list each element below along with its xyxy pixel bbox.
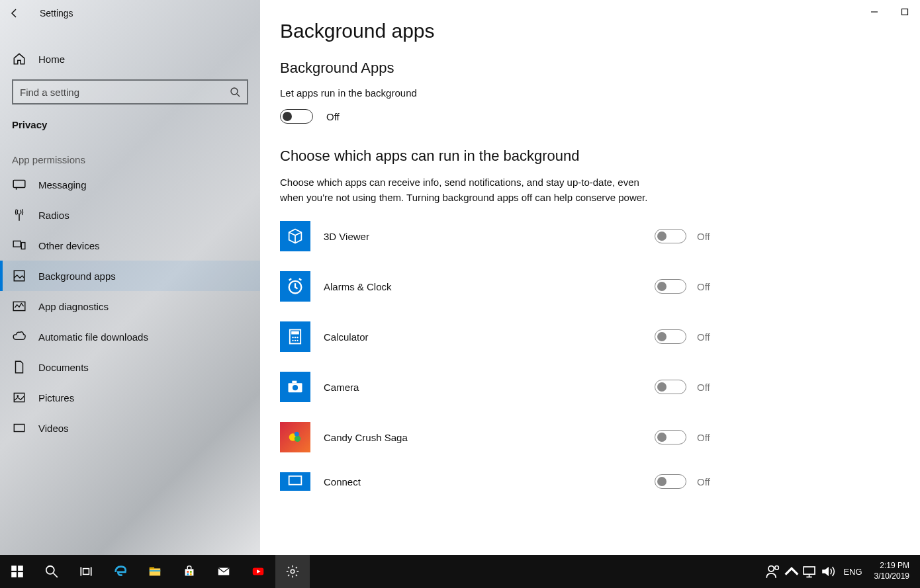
content: Background apps Background Apps Let apps…: [260, 0, 723, 555]
mail-button[interactable]: [207, 555, 241, 588]
sidebar-item-other-devices[interactable]: Other devices: [0, 230, 260, 261]
taskbar: ENG 2:19 PM 3/10/2019: [0, 555, 920, 588]
master-toggle[interactable]: [280, 109, 313, 124]
maximize-button[interactable]: [890, 0, 920, 24]
sidebar-home-label: Home: [38, 54, 65, 65]
svg-point-20: [295, 340, 296, 341]
svg-rect-10: [14, 425, 24, 432]
sidebar-item-label: Pictures: [38, 392, 74, 403]
videos-icon: [12, 421, 26, 435]
app-row-candy-crush: Candy Crush Saga Off: [280, 422, 723, 452]
calculator-icon: [280, 321, 310, 352]
svg-rect-32: [18, 572, 23, 577]
svg-rect-29: [11, 566, 17, 571]
tray-chevron-icon[interactable]: [782, 555, 801, 588]
back-button[interactable]: [5, 4, 24, 22]
sidebar-section-label: App permissions: [0, 137, 260, 169]
window-title: Settings: [40, 8, 73, 19]
network-icon[interactable]: [801, 555, 819, 588]
app-row-connect: Connect Off: [280, 472, 723, 491]
app-toggle[interactable]: [655, 279, 686, 294]
search-box[interactable]: [12, 79, 248, 105]
sidebar-item-label: Automatic file downloads: [38, 331, 148, 343]
app-toggle[interactable]: [655, 229, 686, 243]
messaging-icon: [12, 177, 26, 192]
taskbar-clock[interactable]: 2:19 PM 3/10/2019: [868, 561, 916, 581]
file-explorer-button[interactable]: [138, 555, 172, 588]
svg-rect-12: [902, 9, 908, 15]
search-wrap: [0, 74, 260, 110]
search-input[interactable]: [20, 87, 230, 98]
svg-rect-31: [11, 572, 17, 577]
svg-rect-41: [185, 569, 194, 575]
sidebar-item-label: Documents: [38, 362, 89, 373]
master-toggle-state: Off: [326, 111, 340, 122]
diagnostics-icon: [12, 299, 26, 314]
sidebar-item-app-diagnostics[interactable]: App diagnostics: [0, 291, 260, 321]
app-name: Candy Crush Saga: [324, 432, 655, 443]
app-toggle-state: Off: [697, 281, 723, 292]
sidebar-item-documents[interactable]: Documents: [0, 352, 260, 382]
task-view-button[interactable]: [69, 555, 103, 588]
svg-rect-40: [150, 570, 161, 571]
app-toggle[interactable]: [655, 474, 686, 489]
edge-button[interactable]: [103, 555, 138, 588]
svg-rect-5: [21, 243, 25, 249]
search-icon: [230, 87, 240, 97]
sidebar-home[interactable]: Home: [0, 44, 260, 74]
svg-rect-39: [150, 567, 154, 569]
svg-point-0: [231, 88, 238, 95]
home-icon: [12, 52, 26, 66]
sidebar-item-automatic-downloads[interactable]: Automatic file downloads: [0, 321, 260, 352]
cloud-icon: [12, 329, 26, 344]
app-toggle[interactable]: [655, 430, 686, 444]
camera-icon: [280, 372, 310, 402]
store-button[interactable]: [172, 555, 207, 588]
app-name: Alarms & Clock: [324, 281, 655, 292]
radios-icon: [12, 208, 26, 222]
svg-rect-37: [83, 569, 89, 575]
svg-point-26: [295, 436, 300, 442]
sidebar-item-label: App diagnostics: [38, 301, 109, 312]
3d-viewer-icon: [280, 221, 310, 251]
taskbar-search-button[interactable]: [34, 555, 69, 588]
sidebar-item-background-apps[interactable]: Background apps: [0, 261, 260, 291]
svg-point-18: [297, 337, 298, 338]
sidebar-category: Privacy: [0, 110, 260, 137]
connect-icon: [280, 472, 310, 491]
svg-rect-24: [292, 381, 297, 384]
app-toggle[interactable]: [655, 380, 686, 394]
start-button[interactable]: [0, 555, 34, 588]
svg-rect-15: [291, 331, 299, 335]
sidebar-item-messaging[interactable]: Messaging: [0, 169, 260, 200]
app-toggle-state: Off: [697, 231, 723, 242]
page-title: Background apps: [280, 20, 723, 42]
app-name: Connect: [324, 476, 655, 487]
svg-rect-4: [13, 241, 21, 247]
minimize-button[interactable]: [859, 0, 890, 24]
svg-point-17: [295, 337, 296, 338]
arrow-left-icon: [9, 8, 20, 19]
sidebar-item-label: Messaging: [38, 179, 87, 190]
sidebar-item-label: Background apps: [38, 271, 116, 282]
sidebar-item-radios[interactable]: Radios: [0, 200, 260, 230]
svg-rect-45: [190, 573, 192, 575]
app-toggle-state: Off: [697, 432, 723, 443]
app-row-alarms: Alarms & Clock Off: [280, 271, 723, 302]
svg-rect-28: [289, 476, 302, 485]
app-toggle-state: Off: [697, 331, 723, 343]
section-title-1: Background Apps: [280, 60, 723, 77]
svg-line-34: [54, 573, 58, 577]
app-toggle[interactable]: [655, 329, 686, 344]
volume-icon[interactable]: [819, 555, 838, 588]
settings-taskbar-button[interactable]: [275, 555, 310, 588]
people-icon[interactable]: [764, 555, 782, 588]
sidebar-item-videos[interactable]: Videos: [0, 413, 260, 443]
youtube-button[interactable]: [241, 555, 275, 588]
language-indicator[interactable]: ENG: [838, 567, 867, 577]
app-row-calculator: Calculator Off: [280, 321, 723, 352]
master-toggle-label: Let apps run in the background: [280, 87, 723, 99]
app-name: Calculator: [324, 331, 655, 343]
titlebar: Settings: [0, 0, 260, 26]
sidebar-item-pictures[interactable]: Pictures: [0, 382, 260, 413]
